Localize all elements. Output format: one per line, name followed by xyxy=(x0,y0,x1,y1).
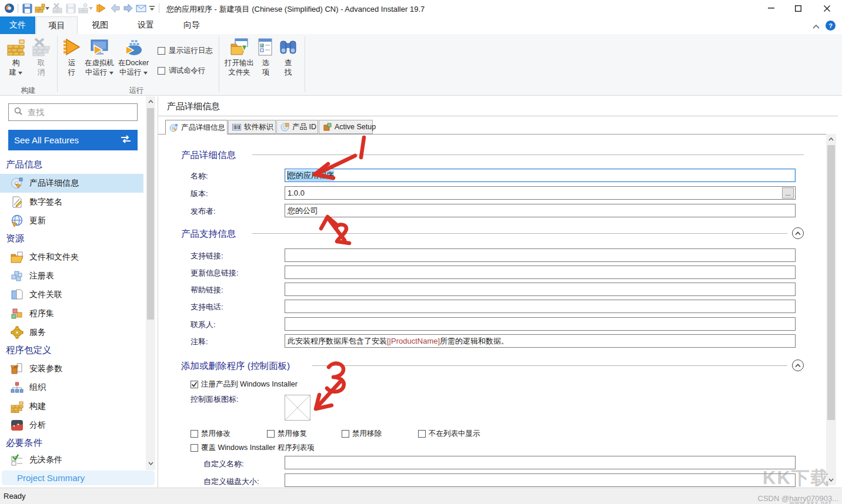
publisher-input[interactable]: 您的公司 xyxy=(285,204,796,217)
sidebar-item-install-parameters[interactable]: 安装参数 xyxy=(0,359,143,378)
section-title-arp: 添加或删除程序 (控制面板) xyxy=(181,360,290,372)
email-icon[interactable] xyxy=(135,2,147,14)
org-chart-icon xyxy=(11,381,24,394)
collapse-section-icon[interactable] xyxy=(792,359,804,371)
run-play-icon xyxy=(62,38,81,56)
sidebar-section-resources: 资源 xyxy=(6,233,24,245)
globe-icon xyxy=(11,214,24,227)
show-run-log-checkbox[interactable]: 显示运行日志 xyxy=(158,46,213,56)
register-product-checkbox[interactable]: 注册产品到 Windows Installer xyxy=(191,379,298,389)
cancel-bricks-icon xyxy=(32,38,51,56)
disc-icon xyxy=(169,123,178,132)
sidebar-section-prerequisites: 必要条件 xyxy=(6,437,42,449)
tab-view[interactable]: 视图 xyxy=(82,16,118,34)
divider xyxy=(312,365,787,366)
sidebar-item-organization[interactable]: 组织 xyxy=(0,378,143,397)
run-in-docker-button[interactable]: 在Docker 中运行 xyxy=(116,36,151,87)
minimize-button[interactable] xyxy=(757,0,784,16)
options-button[interactable]: 选 项 xyxy=(256,36,275,87)
qat-customize-icon[interactable] xyxy=(148,2,155,14)
sidebar: See All Features 产品信息 产品详细信息 数字签名 更新 资源 … xyxy=(0,96,145,488)
control-panel-icon-placeholder[interactable] xyxy=(285,395,310,421)
contact-input[interactable] xyxy=(285,317,796,331)
run-button[interactable]: 运 行 xyxy=(61,36,82,87)
find-button[interactable]: 查 找 xyxy=(278,36,299,87)
tab-wizard[interactable]: 向导 xyxy=(174,16,209,34)
sidebar-item-assemblies[interactable]: 程序集 xyxy=(0,304,143,323)
prerequisites-icon xyxy=(11,453,24,466)
collapse-section-icon[interactable] xyxy=(792,227,804,239)
disable-remove-checkbox[interactable]: 禁用移除 xyxy=(342,429,382,439)
forward-icon[interactable] xyxy=(122,2,134,14)
scroll-up-icon[interactable] xyxy=(146,98,155,106)
search-input[interactable] xyxy=(26,107,129,117)
help-icon[interactable]: ? xyxy=(826,21,836,33)
ribbon-tab-bar: 文件 项目 视图 设置 向导 ? xyxy=(0,16,842,34)
hide-from-list-checkbox[interactable]: 不在列表中显示 xyxy=(418,429,480,439)
binoculars-icon xyxy=(279,38,298,56)
version-input[interactable]: 1.0.0 ... xyxy=(285,186,796,200)
title-bar: 您的应用程序 - 新建项目 (Chinese (Simplified) CN) … xyxy=(0,0,842,16)
tab-software-identification[interactable]: 软件标识 xyxy=(228,120,276,134)
override-installer-checkbox[interactable]: 覆盖 Windows Installer 程序列表项 xyxy=(191,443,314,453)
sidebar-item-registry[interactable]: 注册表 xyxy=(0,267,143,285)
tab-active-setup[interactable]: Active Setup xyxy=(319,120,373,134)
sidebar-item-prerequisites[interactable]: 先决条件 xyxy=(0,451,143,469)
run-in-vm-button[interactable]: 在虚拟机 中运行 xyxy=(83,36,116,87)
checkbox-icon xyxy=(267,430,275,438)
disable-repair-checkbox[interactable]: 禁用修复 xyxy=(267,429,307,439)
maximize-button[interactable] xyxy=(784,0,811,16)
custom-name-label: 自定义名称: xyxy=(203,459,244,469)
debug-command-line-checkbox[interactable]: 调试命令行 xyxy=(158,66,206,76)
folder-icon xyxy=(11,251,24,264)
build-button[interactable]: 构 建 xyxy=(4,36,28,87)
search-box[interactable] xyxy=(8,103,138,121)
main-scroll-thumb[interactable] xyxy=(827,145,835,420)
tab-project[interactable]: 项目 xyxy=(36,16,78,34)
sidebar-item-builds[interactable]: 构建 xyxy=(0,397,143,416)
active-setup-icon xyxy=(323,123,332,132)
close-button[interactable] xyxy=(811,0,842,16)
sidebar-item-services[interactable]: 服务 xyxy=(0,323,143,342)
sidebar-item-analytics[interactable]: 分析 xyxy=(0,416,143,435)
support-link-input[interactable] xyxy=(285,248,796,262)
save-icon[interactable] xyxy=(21,2,33,14)
name-input[interactable]: 您的应用程序 xyxy=(285,169,796,182)
window-title: 您的应用程序 - 新建项目 (Chinese (Simplified) CN) … xyxy=(166,4,425,15)
tab-product-id[interactable]: 产品 ID xyxy=(276,120,318,134)
save-all-icon xyxy=(65,2,76,14)
run-icon[interactable] xyxy=(95,2,107,14)
tab-settings[interactable]: 设置 xyxy=(128,16,163,34)
comments-input[interactable]: 此安装程序数据库包含了安装 [|ProductName] 所需的逻辑和数据。 xyxy=(285,334,796,348)
cancel-build-icon xyxy=(52,2,64,14)
sidebar-item-updates[interactable]: 更新 xyxy=(0,211,143,230)
dropdown-caret-icon xyxy=(88,2,93,14)
custom-disk-input[interactable] xyxy=(285,473,796,487)
sidebar-section-package-definition: 程序包定义 xyxy=(6,344,52,357)
sidebar-item-file-associations[interactable]: 文件关联 xyxy=(0,285,143,304)
separator xyxy=(18,4,18,13)
build-icon[interactable] xyxy=(34,2,46,14)
custom-name-input[interactable] xyxy=(285,456,796,469)
divider xyxy=(158,116,838,116)
sidebar-item-product-details[interactable]: 产品详细信息 xyxy=(0,174,143,193)
see-all-features-button[interactable]: See All Features xyxy=(8,130,138,150)
tab-file[interactable]: 文件 xyxy=(0,16,35,34)
browse-button[interactable]: ... xyxy=(782,187,794,199)
disable-modify-checkbox[interactable]: 禁用修改 xyxy=(191,429,230,439)
help-link-input[interactable] xyxy=(285,283,796,296)
scroll-down-icon[interactable] xyxy=(146,459,155,468)
sidebar-item-files-folders[interactable]: 文件和文件夹 xyxy=(0,248,143,267)
scroll-up-icon[interactable] xyxy=(826,135,836,143)
open-output-folder-button[interactable]: 打开输出 文件夹 xyxy=(222,36,256,87)
update-link-input[interactable] xyxy=(285,266,796,279)
tab-product-details[interactable]: 产品详细信息 xyxy=(165,120,228,135)
support-phone-input[interactable] xyxy=(285,300,796,313)
collapse-ribbon-icon[interactable] xyxy=(812,21,820,32)
project-summary-button[interactable]: Project Summary xyxy=(2,471,155,485)
separator xyxy=(159,4,159,13)
sidebar-scroll-thumb[interactable] xyxy=(147,108,154,320)
registry-cubes-icon xyxy=(11,270,24,283)
sidebar-item-digital-signature[interactable]: 数字签名 xyxy=(0,193,143,211)
dropdown-caret-icon[interactable] xyxy=(45,2,49,14)
